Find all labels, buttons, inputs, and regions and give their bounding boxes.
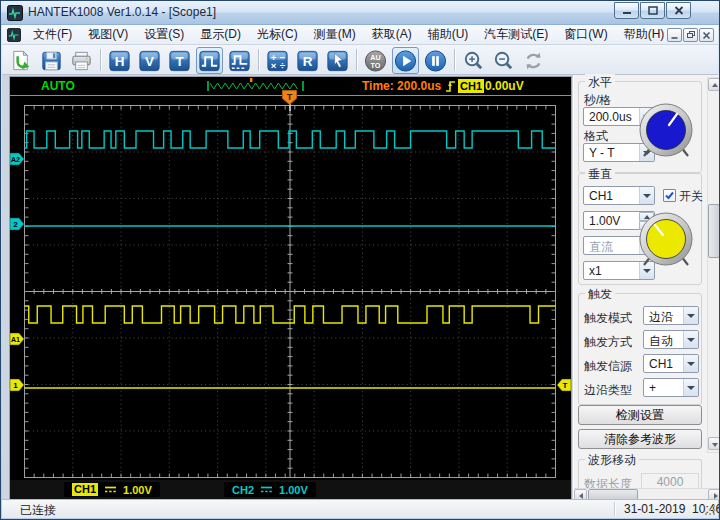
svg-text:R: R: [303, 54, 313, 69]
statusbar-divider: [614, 502, 615, 516]
mdi-restore-button[interactable]: [683, 28, 698, 42]
edge-type-select[interactable]: +: [643, 378, 699, 397]
menu-item-6[interactable]: 获取(A): [364, 24, 420, 45]
horizontal-button[interactable]: H: [106, 47, 133, 74]
svg-text:A1: A1: [11, 336, 20, 343]
svg-text:×: ×: [271, 60, 277, 71]
cursor-icon: [325, 48, 350, 74]
auto-set-icon: AUTO: [363, 48, 388, 74]
print-button[interactable]: [68, 47, 95, 74]
app-window: HANTEK1008 Ver1.0.14 - [Scope1] 文件(F)视图(…: [0, 0, 720, 520]
svg-text:÷: ÷: [280, 60, 286, 71]
timebase-knob[interactable]: [635, 98, 697, 162]
timebase-readout: Time: 200.0us: [362, 79, 441, 93]
mdi-minimize-button[interactable]: [667, 28, 682, 42]
pulse-wave-icon: [197, 48, 222, 74]
chevron-down-icon: [683, 379, 698, 396]
save-icon: [39, 48, 64, 74]
close-button[interactable]: [666, 2, 691, 19]
zoom-in-icon: [461, 48, 486, 74]
chevron-down-icon: [683, 331, 698, 348]
detect-settings-button[interactable]: 检测设置: [578, 405, 702, 425]
trigger-button[interactable]: T: [166, 47, 193, 74]
trigger-position-marker[interactable]: T: [282, 90, 297, 105]
channel-readout-strip: CH1 1.00V CH2 1.00V: [10, 480, 571, 499]
ch1-readout[interactable]: CH1 1.00V: [64, 482, 160, 497]
channel-marker-2[interactable]: 2: [10, 218, 24, 230]
volts-knob[interactable]: [635, 207, 697, 271]
toolbar-separator: [258, 49, 259, 71]
refresh-button[interactable]: [520, 47, 547, 74]
horizontal-icon: H: [107, 48, 132, 74]
scroll-up-button[interactable]: [708, 78, 720, 91]
svg-text:TO: TO: [371, 60, 381, 69]
trigger-mode-select[interactable]: 边沿: [643, 306, 699, 325]
titlebar: HANTEK1008 Ver1.0.14 - [Scope1]: [1, 1, 719, 25]
app-icon: [7, 5, 23, 21]
pause-icon: [423, 48, 448, 74]
channel-marker-a1[interactable]: A1: [10, 333, 24, 345]
trigger-sweep-select[interactable]: 自动: [643, 330, 699, 349]
menu-item-8[interactable]: 汽车测试(E): [476, 24, 556, 45]
pulse-wave-button[interactable]: [196, 47, 223, 74]
clear-reference-button[interactable]: 清除参考波形: [578, 429, 702, 449]
resize-grip[interactable]: [704, 504, 717, 517]
minimize-button[interactable]: [614, 2, 639, 19]
reference-button[interactable]: R: [294, 47, 321, 74]
channel-marker-a2[interactable]: A2: [10, 153, 24, 165]
vertical-button[interactable]: V: [136, 47, 163, 74]
menu-item-7[interactable]: 辅助(U): [420, 24, 477, 45]
horizontal-group-title: 水平: [585, 74, 615, 91]
horizontal-group: 水平 秒/格 200.0us 格式 Y - T: [578, 81, 702, 173]
menu-item-0[interactable]: 文件(F): [25, 24, 80, 45]
open-button[interactable]: [8, 47, 35, 74]
math-button[interactable]: +−×÷: [264, 47, 291, 74]
chevron-down-icon: [683, 307, 698, 324]
dc-coupling-icon: [260, 485, 273, 494]
menu-item-10[interactable]: 帮助(H): [616, 24, 673, 45]
channel-select[interactable]: CH1: [583, 186, 655, 205]
pause-button[interactable]: [422, 47, 449, 74]
save-button[interactable]: [38, 47, 65, 74]
svg-text:T: T: [175, 54, 184, 69]
pulse-measure-button[interactable]: [226, 47, 253, 74]
menu-item-9[interactable]: 窗口(W): [556, 24, 615, 45]
menu-item-3[interactable]: 显示(D): [192, 24, 249, 45]
vertical-group: 垂直 CH1 开关 1.00V 直流: [578, 173, 702, 285]
zoom-out-icon: [491, 48, 516, 74]
waveform-move-title: 波形移动: [585, 452, 639, 469]
acquisition-mode-label: AUTO: [41, 79, 75, 93]
svg-text:H: H: [115, 54, 125, 69]
scroll-thumb[interactable]: [708, 204, 720, 258]
auto-set-button[interactable]: AUTO: [362, 47, 389, 74]
zoom-out-button[interactable]: [490, 47, 517, 74]
menu-item-1[interactable]: 视图(V): [80, 24, 136, 45]
trigger-level-readout: 0.00uV: [485, 79, 524, 93]
mdi-close-button[interactable]: [699, 28, 714, 42]
channel-marker-1[interactable]: 1: [10, 379, 24, 391]
ch2-readout[interactable]: CH2 1.00V: [224, 482, 316, 497]
panel-vertical-scrollbar[interactable]: [707, 77, 720, 453]
svg-text:1: 1: [13, 381, 18, 390]
menu-item-5[interactable]: 测量(M): [306, 24, 364, 45]
minimize-icon: [622, 6, 632, 15]
chevron-down-icon: [639, 187, 654, 204]
scope-document-icon: [7, 28, 21, 42]
toolbar-separator: [356, 49, 357, 71]
trigger-level-marker[interactable]: T: [557, 379, 571, 391]
trigger-source-select[interactable]: CH1: [643, 354, 699, 373]
zoom-in-button[interactable]: [460, 47, 487, 74]
trigger-group: 触发 触发模式边沿触发方式自动触发信源CH1边沿类型+: [578, 293, 702, 405]
menu-item-2[interactable]: 设置(S): [136, 24, 192, 45]
toolbar-separator: [100, 49, 101, 71]
menu-item-4[interactable]: 光标(C): [249, 24, 306, 45]
scope-display[interactable]: A22A11T: [10, 97, 571, 480]
scroll-down-button[interactable]: [708, 437, 720, 450]
maximize-icon: [648, 6, 658, 15]
reference-icon: R: [295, 48, 320, 74]
cursor-button[interactable]: [324, 47, 351, 74]
run-button[interactable]: [392, 47, 419, 74]
trigger-channel-badge: CH1: [458, 79, 484, 93]
channel-switch-checkbox[interactable]: [663, 189, 676, 202]
maximize-button[interactable]: [640, 2, 665, 19]
